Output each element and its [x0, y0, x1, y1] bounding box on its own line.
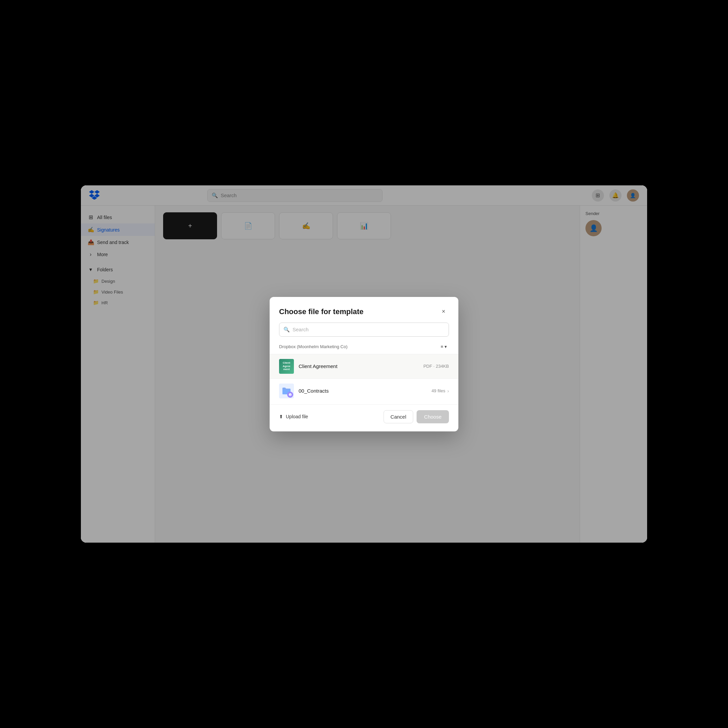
- modal-search-icon: 🔍: [283, 327, 290, 333]
- upload-icon: ⬆: [279, 414, 283, 419]
- modal-title: Choose file for template: [279, 307, 364, 316]
- upload-file-button[interactable]: ⬆ Upload file: [279, 414, 308, 419]
- folder-chevron-icon: ›: [447, 388, 449, 394]
- file-name-contracts: 00_Contracts: [298, 388, 427, 394]
- upload-label: Upload file: [286, 414, 308, 419]
- modal-header: Choose file for template ×: [270, 297, 458, 323]
- modal-search-input[interactable]: [292, 327, 445, 332]
- modal-file-list: ClientAgreement Client Agreement PDF · 2…: [270, 354, 458, 403]
- modal-search-bar[interactable]: 🔍: [279, 323, 449, 337]
- modal-sort-button[interactable]: ≡ ▾: [439, 343, 449, 350]
- modal-footer: ⬆ Upload file Cancel Choose: [270, 404, 458, 431]
- modal-actions: Cancel Choose: [384, 410, 449, 423]
- file-item-contracts[interactable]: a 00_Contracts 49 files ›: [270, 378, 458, 403]
- modal-close-button[interactable]: ×: [438, 306, 449, 317]
- svg-text:a: a: [289, 394, 291, 396]
- modal-dialog: Choose file for template × 🔍 Dropbox (Mo…: [270, 297, 458, 431]
- file-thumbnail-contracts: a: [279, 384, 294, 398]
- file-meta-contracts: 49 files ›: [431, 388, 449, 394]
- modal-location-text: Dropbox (Moonhelm Marketing Co): [279, 344, 347, 349]
- choose-button[interactable]: Choose: [417, 410, 449, 423]
- file-thumb-image: ClientAgreement: [279, 359, 294, 374]
- contracts-file-count: 49 files: [431, 388, 445, 393]
- thumb-text: ClientAgreement: [283, 361, 291, 371]
- file-item-client-agreement[interactable]: ClientAgreement Client Agreement PDF · 2…: [270, 354, 458, 378]
- file-meta-client-agreement: PDF · 234KB: [423, 364, 449, 369]
- modal-location-bar: Dropbox (Moonhelm Marketing Co) ≡ ▾: [279, 341, 449, 353]
- sort-lines-icon: ≡: [440, 344, 443, 349]
- file-name-client-agreement: Client Agreement: [298, 363, 419, 369]
- sort-chevron-icon: ▾: [445, 344, 447, 349]
- browser-window: 🔍 Search ⊞ 🔔 👤 ⊞ All files ✍ Signat: [81, 185, 647, 543]
- cancel-button[interactable]: Cancel: [384, 410, 413, 423]
- folder-badge: a: [287, 392, 293, 398]
- file-thumbnail-client-agreement: ClientAgreement: [279, 359, 294, 374]
- folder-thumb: a: [279, 384, 294, 398]
- modal-overlay: Choose file for template × 🔍 Dropbox (Mo…: [81, 185, 647, 543]
